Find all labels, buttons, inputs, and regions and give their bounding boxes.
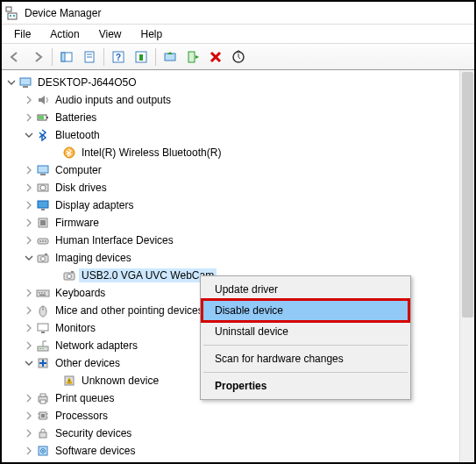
svg-rect-19 bbox=[46, 117, 48, 118]
svg-rect-27 bbox=[41, 209, 45, 211]
chevron-right-icon[interactable] bbox=[23, 410, 35, 422]
svg-rect-51 bbox=[39, 348, 41, 349]
window-title: Device Manager bbox=[25, 7, 101, 19]
show-hide-console-button[interactable] bbox=[56, 46, 77, 68]
chevron-right-icon[interactable] bbox=[23, 111, 35, 124]
computer_root-icon bbox=[18, 75, 33, 90]
toolbar-separator bbox=[103, 48, 104, 66]
svg-rect-52 bbox=[42, 348, 44, 349]
back-button[interactable] bbox=[4, 46, 25, 68]
chevron-right-icon[interactable] bbox=[23, 217, 35, 229]
action-properties-button[interactable] bbox=[131, 46, 152, 68]
ctx-uninstall-device[interactable]: Uninstall device bbox=[202, 321, 409, 342]
chevron-down-icon[interactable] bbox=[23, 357, 35, 369]
ctx-disable-device[interactable]: Disable device bbox=[202, 300, 409, 321]
bt-device-icon bbox=[61, 145, 77, 161]
chevron-right-icon[interactable] bbox=[23, 287, 35, 299]
scrollbar-thumb[interactable] bbox=[462, 72, 473, 318]
svg-rect-58 bbox=[40, 394, 46, 396]
computer-icon bbox=[35, 162, 51, 178]
chevron-right-icon[interactable] bbox=[23, 164, 35, 176]
chevron-down-icon[interactable] bbox=[23, 129, 35, 141]
svg-text:?: ? bbox=[116, 53, 121, 62]
menu-file[interactable]: File bbox=[5, 26, 39, 42]
device-tree[interactable]: DESKTOP-J644O5OAudio inputs and outputsB… bbox=[2, 70, 474, 462]
camera-icon bbox=[61, 268, 77, 283]
chevron-right-icon[interactable] bbox=[23, 339, 35, 352]
update-driver-button[interactable] bbox=[160, 46, 181, 68]
tree-node-label: Imaging devices bbox=[53, 251, 134, 265]
chevron-right-icon[interactable] bbox=[23, 304, 35, 317]
tree-node-disk[interactable]: Disk drives bbox=[4, 179, 474, 196]
tree-node-hid[interactable]: Human Interface Devices bbox=[4, 232, 474, 249]
tree-node-label: Computer bbox=[53, 163, 104, 177]
tree-node-display[interactable]: Display adapters bbox=[4, 196, 474, 214]
svg-point-69 bbox=[42, 450, 44, 452]
svg-rect-42 bbox=[39, 292, 40, 294]
help-button[interactable]: ? bbox=[108, 46, 129, 68]
chevron-right-icon[interactable] bbox=[23, 322, 35, 334]
uninstall-device-button[interactable] bbox=[205, 46, 226, 68]
svg-rect-61 bbox=[41, 414, 45, 418]
chevron-right-icon bbox=[49, 269, 61, 282]
ctx-properties[interactable]: Properties bbox=[202, 375, 409, 396]
vertical-scrollbar[interactable] bbox=[459, 70, 474, 462]
tree-node-software[interactable]: Software devices bbox=[4, 442, 474, 460]
tree-node-root[interactable]: DESKTOP-J644O5O bbox=[4, 74, 474, 91]
tree-node-bluetooth[interactable]: Bluetooth bbox=[4, 126, 474, 144]
tree-node-label: Unknown device bbox=[79, 374, 161, 388]
ctx-scan-hardware[interactable]: Scan for hardware changes bbox=[202, 348, 409, 369]
properties-sheet-button[interactable] bbox=[79, 46, 100, 68]
tree-node-label: Print queues bbox=[53, 391, 117, 405]
svg-rect-48 bbox=[38, 324, 48, 331]
other-icon bbox=[35, 355, 51, 371]
ctx-separator bbox=[203, 345, 408, 346]
tree-node-computer[interactable]: Computer bbox=[4, 161, 474, 179]
menu-view[interactable]: View bbox=[90, 26, 131, 42]
tree-node-firmware[interactable]: Firmware bbox=[4, 214, 474, 232]
svg-point-38 bbox=[67, 275, 72, 279]
tree-node-label: Intel(R) Wireless Bluetooth(R) bbox=[79, 146, 224, 160]
tree-node-cpu[interactable]: Processors bbox=[4, 407, 474, 425]
software-icon bbox=[35, 443, 51, 459]
network-icon bbox=[35, 338, 51, 353]
chevron-down-icon[interactable] bbox=[23, 252, 35, 264]
tree-node-label: Processors bbox=[53, 409, 110, 423]
chevron-right-icon[interactable] bbox=[23, 94, 35, 106]
svg-point-33 bbox=[45, 240, 46, 242]
display-icon bbox=[35, 197, 51, 213]
svg-rect-1 bbox=[8, 13, 17, 19]
svg-rect-12 bbox=[139, 54, 143, 61]
chevron-right-icon[interactable] bbox=[23, 427, 35, 439]
svg-rect-3 bbox=[13, 15, 15, 17]
tree-node-security[interactable]: Security devices bbox=[4, 425, 474, 442]
tree-node-label: Monitors bbox=[53, 321, 98, 335]
menu-action[interactable]: Action bbox=[41, 26, 88, 42]
disk-icon bbox=[35, 180, 51, 196]
tree-node-audio[interactable]: Audio inputs and outputs bbox=[4, 91, 474, 109]
tree-node-label: Audio inputs and outputs bbox=[53, 93, 174, 107]
app-icon bbox=[5, 6, 19, 20]
tree-node-bluetooth-child-0[interactable]: Intel(R) Wireless Bluetooth(R) bbox=[4, 144, 474, 161]
monitor-icon bbox=[35, 320, 51, 336]
tree-node-label: DESKTOP-J644O5O bbox=[35, 75, 139, 89]
svg-rect-45 bbox=[39, 295, 46, 296]
tree-node-label: Batteries bbox=[53, 111, 99, 125]
chevron-down-icon[interactable] bbox=[5, 76, 18, 89]
chevron-right-icon[interactable] bbox=[23, 234, 35, 246]
ctx-update-driver[interactable]: Update driver bbox=[202, 279, 409, 300]
tree-node-battery[interactable]: Batteries bbox=[4, 109, 474, 126]
scan-hardware-button[interactable] bbox=[228, 46, 249, 68]
chevron-right-icon[interactable] bbox=[23, 445, 35, 457]
tree-node-label: Display adapters bbox=[53, 198, 136, 212]
firmware-icon bbox=[35, 215, 51, 231]
tree-node-camera[interactable]: Imaging devices bbox=[4, 249, 474, 267]
forward-button[interactable] bbox=[27, 46, 48, 68]
enable-device-button[interactable] bbox=[182, 46, 203, 68]
chevron-right-icon[interactable] bbox=[23, 182, 35, 194]
mouse-icon bbox=[35, 303, 51, 318]
chevron-right-icon[interactable] bbox=[23, 199, 35, 211]
menu-help[interactable]: Help bbox=[132, 26, 172, 42]
chevron-right-icon[interactable] bbox=[23, 392, 35, 404]
svg-rect-22 bbox=[38, 166, 48, 173]
